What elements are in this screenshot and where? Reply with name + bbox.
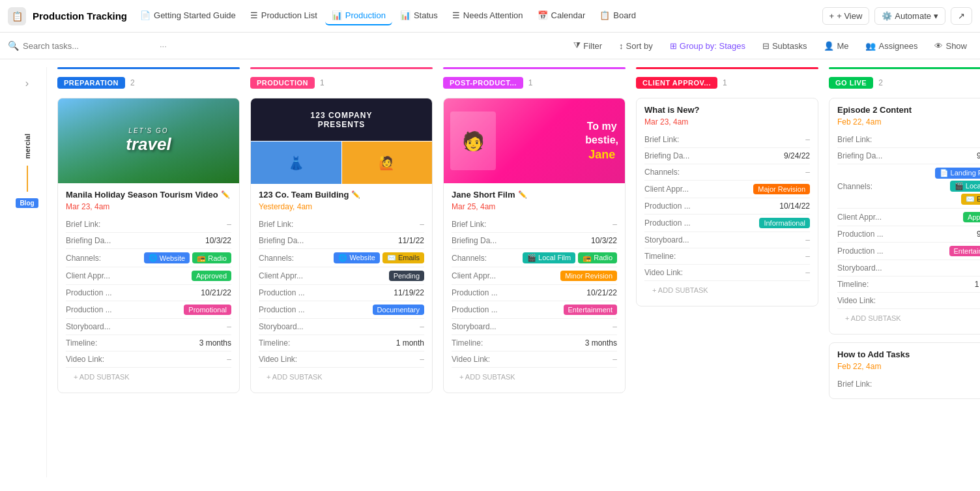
app-title: Production Tracking [33, 10, 127, 22]
ep2-field-prod-date: Production ... 9/19/22 [837, 226, 980, 243]
manila-card-body: Manila Holiday Season Tourism Video ✏️ M… [58, 183, 239, 393]
show-button[interactable]: 👁 Show [929, 38, 972, 53]
sort-button[interactable]: ↕ Sort by [614, 38, 658, 53]
how-to-add-date: Feb 22, 4am [837, 362, 980, 371]
how-to-add-title: How to Add Tasks [837, 350, 980, 359]
jane-film-image: To mybestie,Jane 🧑 [444, 98, 625, 183]
assignees-icon: 👥 [865, 41, 876, 51]
preparation-col-header: PREPARATION 2 [57, 74, 240, 91]
group-icon: ⊞ [670, 41, 677, 51]
me-button[interactable]: 👤 Me [818, 38, 854, 53]
minor-revision-tag: Minor Revision [560, 271, 617, 281]
ep2-field-client: Client Appr... Approved [837, 209, 980, 226]
company-edit-icon[interactable]: ✏️ [351, 190, 360, 199]
episode2-date: Feb 22, 4am [837, 117, 980, 126]
tab-calendar-icon: 📅 [538, 10, 548, 20]
hta-field-brief: Brief Link: – [837, 376, 980, 392]
tab-getting-started[interactable]: 📄 Getting Started Guide [134, 7, 242, 25]
win-field-briefing: Briefing Da... 9/24/22 [644, 148, 810, 164]
company-add-subtask[interactable]: + ADD SUBTASK [259, 368, 424, 386]
how-to-add-card-body: How to Add Tasks Feb 22, 4am Brief Link:… [829, 343, 980, 398]
tab-calendar[interactable]: 📅 Calendar [531, 7, 592, 25]
partial-sidebar-label: mercial [23, 134, 31, 159]
post-production-count: 1 [528, 78, 533, 87]
subtasks-button[interactable]: ⊟ Subtasks [757, 38, 812, 53]
search-more-icon[interactable]: ··· [160, 41, 167, 51]
ep2-add-subtask[interactable]: + ADD SUBTASK [837, 309, 980, 327]
local-film-tag: 🎬 Local Film [523, 252, 575, 263]
win-field-storyboard: Storyboard... – [644, 232, 810, 248]
tab-production[interactable]: 📊 Production [325, 7, 392, 25]
ep2-emails-tag: ✉️ Emails [961, 194, 980, 205]
share-icon: ↗ [958, 11, 965, 21]
what-is-new-title: What is New? [644, 105, 810, 115]
jane-edit-icon[interactable]: ✏️ [518, 190, 527, 199]
manila-field-client-appr: Client Appr... Approved [66, 267, 231, 285]
tab-needs-attention[interactable]: ☰ Needs Attention [446, 7, 530, 25]
expand-sidebar-button[interactable]: › [20, 72, 34, 95]
ep2-field-storyboard: Storyboard... – [837, 260, 980, 276]
company-field-client: Client Appr... Pending [259, 267, 424, 285]
jane-field-prod-type: Production ... Entertainment [452, 301, 617, 319]
win-field-video: Video Link: – [644, 265, 810, 281]
ep2-field-video: Video Link: – [837, 293, 980, 309]
jane-date: Mar 25, 4am [452, 202, 617, 211]
client-approval-column: CLIENT APPROV... 1 What is New? Mar 23, … [636, 67, 818, 477]
search-input[interactable] [23, 41, 153, 51]
me-icon: 👤 [824, 41, 834, 51]
filter-button[interactable]: ⧩ Filter [568, 38, 607, 53]
edit-icon[interactable]: ✏️ [221, 190, 230, 199]
jane-add-subtask[interactable]: + ADD SUBTASK [452, 368, 617, 386]
tab-production-list[interactable]: ☰ Production List [244, 7, 324, 25]
share-button[interactable]: ↗ [951, 7, 972, 25]
blog-tag: Blog [16, 198, 38, 208]
show-icon: 👁 [934, 41, 943, 51]
sort-icon: ↕ [619, 41, 624, 51]
client-approval-count: 1 [723, 78, 727, 87]
tab-getting-started-icon: 📄 [140, 10, 151, 20]
manila-add-subtask[interactable]: + ADD SUBTASK [66, 368, 231, 386]
manila-field-video: Video Link: – [66, 351, 231, 368]
website-tag: 🌐 Website [144, 252, 190, 263]
jane-field-client: Client Appr... Minor Revision [452, 267, 617, 285]
card-what-is-new: What is New? Mar 23, 4am Brief Link: – B… [636, 98, 818, 306]
ep2-field-briefing: Briefing Da... 9/12/22 [837, 148, 980, 164]
preparation-count: 2 [130, 78, 135, 87]
group-by-button[interactable]: ⊞ Group by: Stages [665, 38, 751, 53]
automate-button[interactable]: ⚙️ Automate ▾ [874, 7, 945, 25]
tab-status[interactable]: 📊 Status [394, 7, 444, 25]
search-wrap: 🔍 ··· [8, 40, 563, 51]
jane-field-prod-date: Production ... 10/21/22 [452, 285, 617, 301]
jane-field-brief: Brief Link: – [452, 216, 617, 233]
plus-icon: + [829, 11, 835, 21]
board-container: › mercial Blog PREPARATION 2 LET'S GO tr… [0, 59, 980, 485]
client-approval-badge: CLIENT APPROV... [636, 77, 717, 89]
add-view-button[interactable]: + + View [822, 7, 870, 25]
production-badge: PRODUCTION [250, 77, 315, 89]
tourism-image-text: LET'S GO travel [126, 127, 171, 155]
filter-icon: ⧩ [573, 40, 581, 51]
manila-date: Mar 23, 4am [66, 202, 231, 211]
chevron-down-icon: ▾ [934, 11, 938, 21]
assignees-button[interactable]: 👥 Assignees [860, 38, 923, 53]
automate-icon: ⚙️ [882, 11, 892, 21]
documentary-tag: Documentary [373, 305, 424, 315]
nav-actions: + + View ⚙️ Automate ▾ ↗ [822, 7, 972, 25]
tab-board-icon: 📋 [599, 10, 610, 20]
tab-board[interactable]: 📋 Board [593, 7, 642, 25]
jane-title-overlay: To mybestie,Jane [585, 120, 618, 162]
manila-field-prod-date: Production ... 10/21/22 [66, 285, 231, 301]
manila-field-timeline: Timeline: 3 months [66, 335, 231, 351]
jane-person-placeholder: 🧑 [450, 112, 496, 170]
company-img1: 👗 [251, 141, 341, 184]
company-field-timeline: Timeline: 1 month [259, 335, 424, 351]
preparation-badge: PREPARATION [57, 77, 125, 89]
win-add-subtask[interactable]: + ADD SUBTASK [644, 281, 810, 299]
company-emails-tag: ✉️ Emails [382, 252, 424, 263]
ep2-approved-tag: Approved [963, 212, 980, 222]
company-header-img: 123 COMPANYPRESENTS [251, 98, 432, 141]
episode2-card-body: Episode 2 Content Feb 22, 4am Brief Link… [829, 98, 980, 334]
card-episode2: Episode 2 Content Feb 22, 4am Brief Link… [829, 98, 980, 335]
jane-field-timeline: Timeline: 3 months [452, 335, 617, 351]
manila-field-storyboard: Storyboard... – [66, 319, 231, 335]
